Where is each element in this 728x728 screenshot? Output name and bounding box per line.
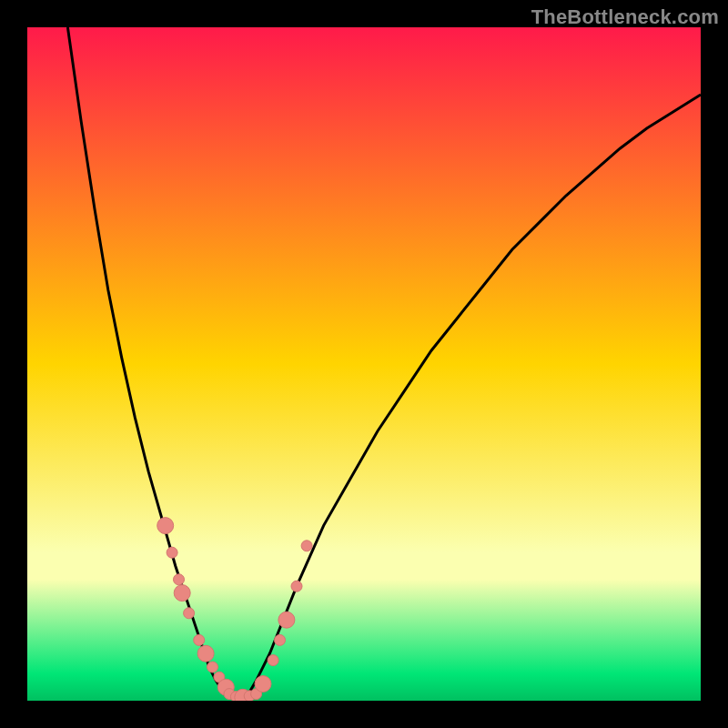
data-marker — [255, 676, 271, 693]
data-marker — [194, 634, 205, 645]
data-marker — [184, 608, 195, 619]
watermark-text: TheBottleneck.com — [531, 5, 719, 29]
chart-svg — [27, 27, 701, 701]
chart-frame: TheBottleneck.com — [0, 0, 728, 728]
plot-area — [27, 27, 701, 701]
data-marker — [275, 634, 286, 645]
data-marker — [268, 655, 278, 666]
data-marker — [174, 585, 190, 602]
gradient-background — [27, 27, 701, 701]
data-marker — [197, 645, 214, 662]
data-marker — [291, 581, 302, 592]
data-marker — [174, 574, 185, 585]
data-marker — [301, 541, 312, 551]
data-marker — [157, 518, 174, 534]
data-marker — [207, 662, 218, 672]
data-marker — [167, 547, 177, 558]
data-marker — [278, 612, 295, 628]
